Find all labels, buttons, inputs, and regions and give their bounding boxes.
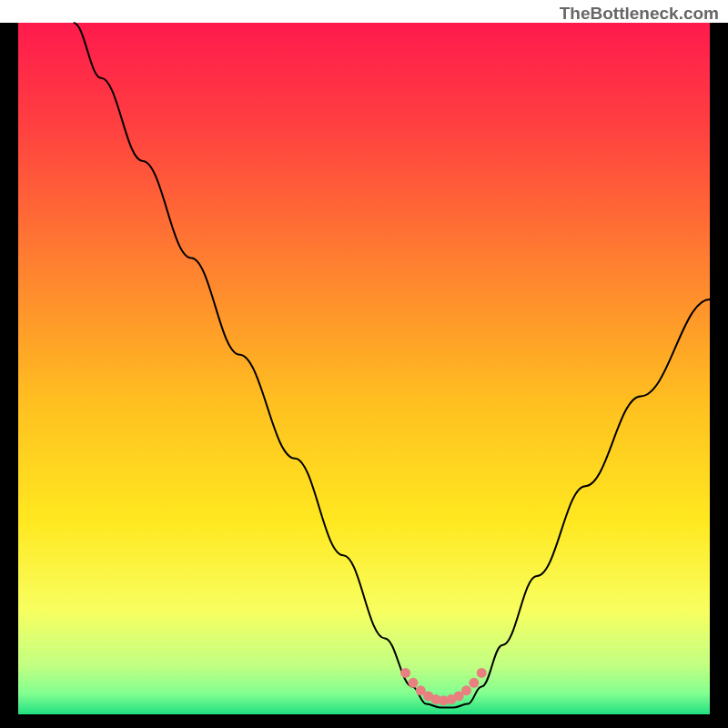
svg-point-15 [408,678,418,688]
svg-point-23 [469,678,479,688]
frame-bottom [0,714,728,728]
bottleneck-chart [0,0,728,728]
frame-right [710,23,728,728]
watermark-text: TheBottleneck.com [560,4,719,24]
svg-point-22 [461,685,471,695]
plot-background [18,23,710,714]
svg-point-14 [400,668,410,678]
chart-container: TheBottleneck.com [0,0,728,728]
svg-point-24 [477,668,487,678]
frame-left [0,23,18,728]
